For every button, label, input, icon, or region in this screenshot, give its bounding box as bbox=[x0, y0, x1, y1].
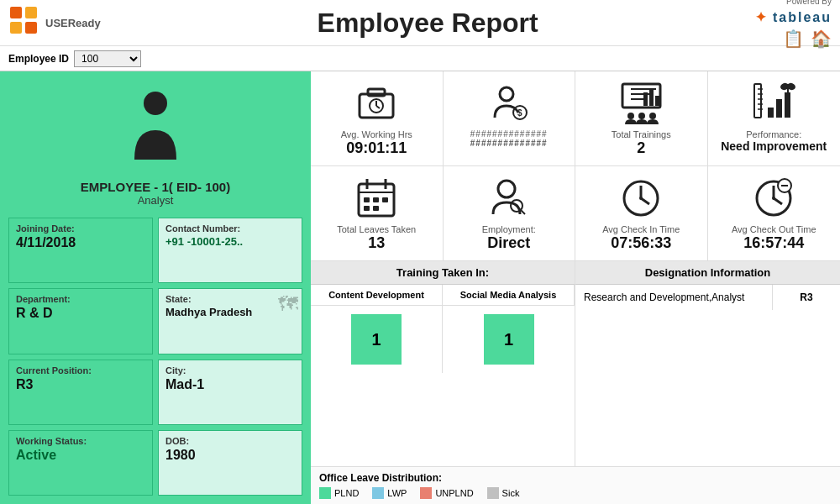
training-bar-1: 1 bbox=[351, 314, 402, 365]
left-panel: EMPLOYEE - 1( EID- 100) Analyst Joining … bbox=[0, 71, 311, 504]
person-dollar-icon: $ bbox=[488, 80, 530, 126]
working-status-label: Working Status: bbox=[16, 436, 145, 446]
report-icon[interactable]: 📋 bbox=[783, 29, 804, 49]
svg-point-44 bbox=[498, 181, 515, 197]
metric-value-checkin: 07:56:33 bbox=[611, 234, 671, 252]
metric-label-checkout: Avg Check Out Time bbox=[732, 224, 816, 234]
employee-profile: EMPLOYEE - 1( EID- 100) Analyst bbox=[8, 80, 302, 211]
metric-value-avg-hrs: 09:01:11 bbox=[346, 139, 407, 157]
toolbar: Employee ID 100 bbox=[0, 46, 840, 71]
metric-avg-working-hrs: Avg. Working Hrs 09:01:11 bbox=[311, 71, 444, 165]
legend-plnd-dot bbox=[319, 487, 331, 499]
svg-rect-6 bbox=[368, 89, 385, 96]
department-label: Department: bbox=[16, 294, 145, 304]
position-cell: Current Position: R3 bbox=[8, 360, 153, 425]
contact-cell: Contact Number: +91 -10001-25.. bbox=[158, 218, 302, 283]
city-cell: City: Mad-1 bbox=[158, 360, 302, 425]
legend-unplnd: UNPLND bbox=[420, 487, 473, 499]
metric-salary: $ ############## ############## bbox=[444, 71, 576, 165]
metric-value-leaves: 13 bbox=[368, 234, 385, 252]
tableau-logo: ✦ tableau bbox=[755, 9, 832, 25]
svg-rect-40 bbox=[373, 197, 379, 202]
metrics-row1: Avg. Working Hrs 09:01:11 $ ############… bbox=[311, 71, 840, 166]
legend-unplnd-dot bbox=[420, 487, 432, 499]
metric-performance: Performance: Need Improvement bbox=[708, 71, 841, 165]
page-title: Employee Report bbox=[101, 8, 755, 39]
legend-lwp-dot bbox=[372, 487, 384, 499]
employee-name: EMPLOYEE - 1( EID- 100) bbox=[81, 180, 230, 194]
metric-label-leaves: Total Leaves Taken bbox=[337, 224, 416, 234]
person-icon bbox=[126, 88, 185, 173]
employee-id-label: Employee ID bbox=[8, 53, 69, 65]
map-icon: 🗺 bbox=[278, 292, 298, 316]
header-right: Powered By ✦ tableau 📋 🏠 bbox=[755, 0, 832, 49]
city-value: Mad-1 bbox=[165, 377, 295, 392]
svg-point-10 bbox=[500, 87, 513, 101]
dob-cell: DOB: 1980 bbox=[158, 430, 302, 496]
powered-by-text: Powered By bbox=[786, 0, 832, 6]
state-label: State: bbox=[165, 294, 295, 304]
joining-date-value: 4/11/2018 bbox=[16, 235, 145, 250]
training-col2-value: 1 bbox=[504, 330, 513, 349]
svg-rect-17 bbox=[643, 92, 648, 106]
legend-plnd: PLND bbox=[319, 487, 359, 499]
joining-date-label: Joining Date: bbox=[16, 223, 145, 234]
training-section-header: Training Taken In: bbox=[311, 261, 575, 285]
svg-point-50 bbox=[639, 197, 643, 200]
svg-rect-13 bbox=[622, 84, 660, 108]
contact-label: Contact Number: bbox=[165, 223, 295, 234]
legend-lwp-label: LWP bbox=[387, 488, 407, 498]
metric-label-checkin: Avg Check In Time bbox=[602, 224, 680, 234]
svg-rect-1 bbox=[25, 7, 37, 18]
svg-rect-30 bbox=[776, 99, 782, 118]
main-content: EMPLOYEE - 1( EID- 100) Analyst Joining … bbox=[0, 71, 840, 504]
svg-rect-0 bbox=[10, 7, 22, 18]
legend-unplnd-label: UNPLND bbox=[435, 488, 473, 498]
metric-total-trainings: Total Trainings 2 bbox=[575, 71, 708, 165]
leave-footer: Office Leave Distribution: PLND LWP UNPL… bbox=[311, 466, 840, 504]
legend-plnd-label: PLND bbox=[334, 488, 359, 498]
legend-lwp: LWP bbox=[372, 487, 407, 499]
metric-value-trainings: 2 bbox=[637, 139, 645, 157]
state-cell: State: Madhya Pradesh 🗺 bbox=[158, 288, 302, 354]
clock-in-icon bbox=[620, 175, 662, 221]
state-value: Madhya Pradesh bbox=[165, 306, 295, 318]
svg-point-4 bbox=[144, 92, 167, 115]
metric-value-employment: Direct bbox=[487, 234, 530, 252]
metric-value-salary: ############## bbox=[470, 139, 548, 148]
employee-id-select[interactable]: 100 bbox=[74, 50, 141, 67]
header-center: Employee Report bbox=[101, 8, 755, 39]
metric-leaves: Total Leaves Taken 13 bbox=[311, 166, 444, 260]
leave-footer-title: Office Leave Distribution: bbox=[319, 472, 832, 484]
svg-rect-3 bbox=[25, 22, 37, 34]
dob-label: DOB: bbox=[165, 436, 295, 446]
bottom-section: Training Taken In: Content Development S… bbox=[311, 261, 840, 466]
legend-sick-label: Sick bbox=[502, 488, 520, 498]
dob-value: 1980 bbox=[165, 448, 295, 463]
performance-icon bbox=[751, 80, 797, 126]
contact-value: +91 -10001-25.. bbox=[165, 235, 295, 248]
svg-rect-19 bbox=[655, 96, 659, 106]
svg-rect-18 bbox=[649, 89, 654, 106]
home-icon[interactable]: 🏠 bbox=[811, 29, 832, 49]
right-panel: Avg. Working Hrs 09:01:11 $ ############… bbox=[311, 71, 840, 504]
designation-col2-value: R3 bbox=[773, 285, 840, 310]
training-col2-value-cell: 1 bbox=[443, 306, 575, 373]
employee-title: Analyst bbox=[138, 194, 174, 207]
header-icons: 📋 🏠 bbox=[783, 29, 832, 49]
designation-col1-value: Research and Development,Analyst bbox=[575, 285, 773, 310]
svg-point-20 bbox=[627, 113, 634, 119]
svg-rect-29 bbox=[768, 108, 774, 118]
training-section: Training Taken In: Content Development S… bbox=[311, 261, 575, 466]
training-col2-header: Social Media Analysis bbox=[443, 285, 575, 306]
metric-value-performance: Need Improvement bbox=[721, 139, 827, 153]
employment-icon bbox=[488, 175, 530, 221]
metric-checkout: Avg Check Out Time 16:57:44 bbox=[708, 166, 841, 260]
metric-label-performance: Performance: bbox=[746, 129, 801, 139]
designation-section: Designation Information Research and Dev… bbox=[575, 261, 840, 466]
training-col1-value: 1 bbox=[371, 330, 381, 349]
svg-text:$: $ bbox=[517, 108, 522, 118]
position-value: R3 bbox=[16, 377, 145, 392]
position-label: Current Position: bbox=[16, 365, 145, 375]
designation-section-header: Designation Information bbox=[575, 261, 840, 285]
